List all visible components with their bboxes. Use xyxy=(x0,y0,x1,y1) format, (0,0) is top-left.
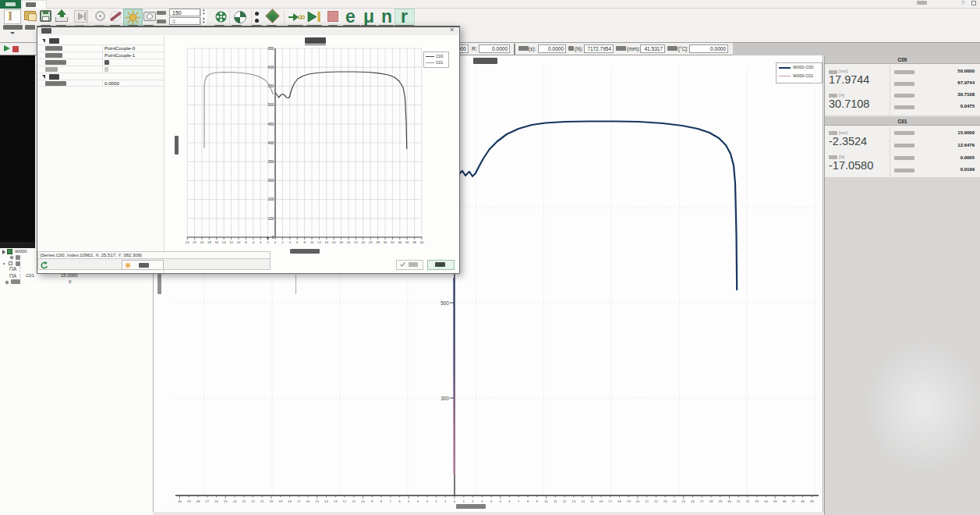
svg-text:32: 32 xyxy=(746,499,750,503)
svg-text:39: 39 xyxy=(810,499,814,503)
svg-text:0: 0 xyxy=(272,236,274,240)
svg-text:22: 22 xyxy=(251,499,255,503)
svg-text:14: 14 xyxy=(324,499,328,503)
svg-text:500: 500 xyxy=(440,300,449,306)
svg-text:28: 28 xyxy=(709,499,713,503)
svg-text:38: 38 xyxy=(801,499,805,503)
svg-text:18: 18 xyxy=(617,499,621,503)
svg-text:7: 7 xyxy=(390,499,392,503)
svg-text:6: 6 xyxy=(253,240,255,244)
svg-text:32: 32 xyxy=(391,240,394,244)
svg-text:18: 18 xyxy=(207,240,211,244)
svg-text:20: 20 xyxy=(270,499,274,503)
svg-text:8: 8 xyxy=(245,240,247,244)
svg-text:11: 11 xyxy=(352,499,356,503)
svg-text:4: 4 xyxy=(289,240,292,244)
svg-text:6: 6 xyxy=(508,499,511,503)
svg-text:3: 3 xyxy=(426,499,429,503)
svg-text:17: 17 xyxy=(608,499,612,503)
svg-text:650: 650 xyxy=(267,47,274,51)
svg-text:6: 6 xyxy=(296,240,299,244)
svg-text:16: 16 xyxy=(600,499,603,503)
svg-text:21: 21 xyxy=(260,499,264,503)
svg-text:19: 19 xyxy=(627,499,631,503)
svg-text:450: 450 xyxy=(267,123,274,126)
svg-text:14: 14 xyxy=(222,240,226,244)
svg-text:20: 20 xyxy=(636,499,640,503)
svg-text:6: 6 xyxy=(398,499,401,503)
svg-text:22: 22 xyxy=(354,240,358,244)
svg-text:2: 2 xyxy=(435,499,437,503)
svg-text:14: 14 xyxy=(324,240,328,244)
svg-text:22: 22 xyxy=(193,240,196,244)
svg-text:10: 10 xyxy=(361,499,365,503)
svg-text:21: 21 xyxy=(645,499,649,503)
svg-text:17: 17 xyxy=(297,499,301,503)
svg-text:18: 18 xyxy=(339,240,343,244)
svg-text:30: 30 xyxy=(178,499,182,503)
svg-text:23: 23 xyxy=(242,499,246,503)
svg-text:13: 13 xyxy=(571,499,575,503)
svg-text:4: 4 xyxy=(490,499,493,503)
svg-text:300: 300 xyxy=(267,179,274,183)
svg-text:7: 7 xyxy=(518,499,520,503)
svg-text:40: 40 xyxy=(420,240,424,244)
svg-text:9: 9 xyxy=(536,499,539,503)
svg-text:25: 25 xyxy=(681,499,685,503)
svg-text:29: 29 xyxy=(718,499,722,503)
svg-text:12: 12 xyxy=(317,240,321,244)
svg-text:12: 12 xyxy=(563,499,567,503)
svg-text:12: 12 xyxy=(229,240,233,244)
svg-text:350: 350 xyxy=(267,160,274,164)
svg-text:16: 16 xyxy=(332,240,336,244)
svg-text:26: 26 xyxy=(214,499,218,503)
svg-text:27: 27 xyxy=(205,499,209,503)
svg-text:27: 27 xyxy=(700,499,704,503)
svg-text:8: 8 xyxy=(303,240,306,244)
svg-text:5: 5 xyxy=(500,499,502,503)
svg-text:23: 23 xyxy=(663,499,667,503)
svg-text:18: 18 xyxy=(288,499,292,503)
svg-text:38: 38 xyxy=(412,240,416,244)
svg-text:16: 16 xyxy=(306,499,310,503)
svg-text:20: 20 xyxy=(347,240,351,244)
svg-text:15: 15 xyxy=(590,499,594,503)
svg-text:36: 36 xyxy=(783,499,787,503)
svg-text:5: 5 xyxy=(408,499,410,503)
svg-text:25: 25 xyxy=(224,499,228,503)
svg-text:2: 2 xyxy=(281,240,284,244)
svg-text:8: 8 xyxy=(527,499,529,503)
svg-text:30: 30 xyxy=(727,499,731,503)
svg-text:0: 0 xyxy=(454,499,456,503)
svg-text:100: 100 xyxy=(267,217,274,221)
svg-text:3: 3 xyxy=(481,499,483,503)
svg-text:24: 24 xyxy=(673,499,677,503)
svg-text:10: 10 xyxy=(237,240,241,244)
svg-text:22: 22 xyxy=(654,499,658,503)
svg-text:34: 34 xyxy=(398,240,402,244)
svg-text:15: 15 xyxy=(315,499,319,503)
svg-text:36: 36 xyxy=(405,240,409,244)
svg-text:26: 26 xyxy=(369,240,373,244)
svg-text:10: 10 xyxy=(544,499,548,503)
svg-text:29: 29 xyxy=(187,499,191,503)
svg-text:30: 30 xyxy=(384,240,387,244)
svg-text:11: 11 xyxy=(554,499,557,503)
svg-text:1: 1 xyxy=(463,499,465,503)
svg-text:20: 20 xyxy=(200,240,204,244)
svg-text:33: 33 xyxy=(755,499,759,503)
svg-text:4: 4 xyxy=(260,240,262,244)
svg-text:9: 9 xyxy=(371,499,373,503)
svg-text:16: 16 xyxy=(214,240,218,244)
svg-text:26: 26 xyxy=(691,499,695,503)
svg-text:34: 34 xyxy=(764,499,768,503)
svg-text:12: 12 xyxy=(343,499,347,503)
svg-text:2: 2 xyxy=(472,499,474,503)
svg-text:600: 600 xyxy=(267,66,274,69)
svg-text:28: 28 xyxy=(196,499,200,503)
svg-text:24: 24 xyxy=(361,240,365,244)
svg-text:2: 2 xyxy=(267,240,269,244)
svg-text:1: 1 xyxy=(444,499,447,503)
svg-text:10: 10 xyxy=(310,240,314,244)
svg-text:8: 8 xyxy=(380,499,383,503)
